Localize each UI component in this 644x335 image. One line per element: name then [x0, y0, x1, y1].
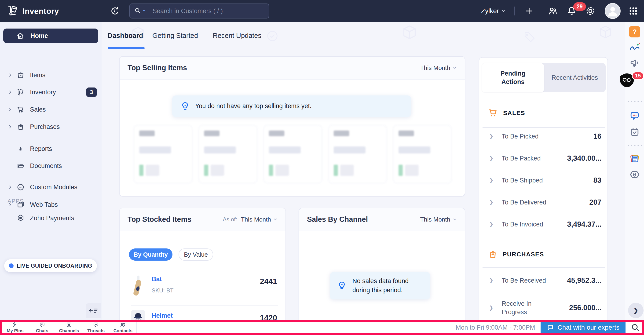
pending-row-receive-in-progress[interactable]: ❯Receive In Progress256.000...: [479, 296, 608, 320]
dock-channels[interactable]: Channels: [56, 322, 82, 333]
announcements-megaphone-icon[interactable]: [629, 58, 640, 68]
bottom-search-icon[interactable]: [631, 323, 640, 332]
bulb-icon: [180, 101, 190, 111]
panel-expand-button[interactable]: ❯: [628, 303, 644, 318]
contacts-icon: [119, 322, 126, 328]
sidebar-item-items[interactable]: Items: [0, 68, 102, 82]
by-value-toggle[interactable]: By Value: [178, 248, 213, 260]
sidebar-item-label: Sales: [30, 106, 46, 113]
chevron-down-icon: [452, 66, 457, 70]
pending-row-to-be-picked[interactable]: ❯To Be Picked16: [479, 128, 608, 144]
sidebar-item-zoho-payments[interactable]: Zoho Payments: [0, 210, 102, 226]
panel-tabs: Pending Actions Recent Activities: [482, 63, 606, 92]
cliq-chat-icon[interactable]: [629, 110, 640, 121]
active-tab-underline: [108, 47, 144, 49]
notification-count-badge: 29: [573, 2, 586, 11]
documents-folder-icon: [16, 162, 25, 170]
pending-row-to-be-shipped[interactable]: ❯To Be Shipped83: [479, 172, 608, 188]
cliq-bottom-bar: My Pins Chats Channels Threads: [0, 320, 644, 335]
chevron-right-icon[interactable]: [8, 90, 12, 94]
live-dot-icon: [9, 264, 14, 268]
item-name-link[interactable]: Bat: [152, 276, 162, 283]
chat-button-label: Chat with our experts: [558, 324, 620, 331]
chat-with-experts-button[interactable]: Chat with our experts: [540, 322, 626, 333]
sales-by-channel-header: Sales By Channel This Month: [299, 208, 465, 231]
sidebar-item-label: Documents: [30, 162, 62, 170]
top-stocked-period-select[interactable]: As of: This Month: [223, 216, 278, 223]
custom-modules-icon: [16, 183, 25, 191]
sidebar-item-sales[interactable]: Sales: [0, 102, 102, 117]
dock-contacts[interactable]: Contacts: [110, 322, 136, 333]
user-avatar[interactable]: [605, 3, 620, 19]
users-icon[interactable]: [548, 0, 558, 22]
sidebar-item-inventory[interactable]: Inventory 3: [0, 85, 102, 100]
sidebar-item-reports[interactable]: Reports: [0, 141, 102, 156]
global-search-input[interactable]: Search in Customers ( / ): [130, 4, 269, 18]
sidebar-item-documents[interactable]: Documents: [0, 158, 102, 173]
item-quantity: 1420: [260, 314, 277, 320]
top-selling-period-select[interactable]: This Month: [420, 64, 457, 72]
whats-new-docs-icon[interactable]: [629, 153, 640, 164]
tab-recent-activities[interactable]: Recent Activities: [544, 63, 606, 92]
tab-getting-started[interactable]: Getting Started: [152, 22, 198, 49]
stocked-item-row[interactable]: Bat SKU: BT 2441: [120, 274, 286, 303]
quick-add-button[interactable]: [524, 0, 534, 22]
topbar-divider: [514, 6, 515, 16]
history-refresh-icon[interactable]: [110, 6, 120, 18]
app-grid-icon[interactable]: [628, 0, 638, 22]
pending-row-to-be-packed[interactable]: ❯To Be Packed3,340.00...: [479, 150, 608, 166]
sidebar-item-custom-modules[interactable]: Custom Modules: [0, 180, 102, 195]
sidebar-item-purchases[interactable]: Purchases: [0, 119, 102, 134]
onboarding-label: LIVE GUIDED ONBOARDING: [17, 263, 92, 269]
sidebar-item-label: Web Tabs: [30, 201, 58, 208]
chevron-right-icon[interactable]: [8, 125, 12, 129]
item-name-link[interactable]: Helmet: [152, 312, 173, 319]
tab-pending-actions[interactable]: Pending Actions: [482, 63, 544, 92]
search-divider: [149, 7, 149, 15]
calendar-tasks-icon[interactable]: [629, 126, 640, 137]
chevron-right-icon[interactable]: [8, 185, 12, 189]
skeleton-item: [328, 125, 387, 184]
purchases-bag-icon: [488, 249, 498, 260]
empty-state-infobox: No sales data found during this period.: [330, 272, 430, 300]
threads-icon: [92, 322, 100, 328]
tab-recent-updates[interactable]: Recent Updates: [213, 22, 262, 49]
inventory-count-badge: 3: [86, 88, 97, 97]
section-title: SALES: [503, 110, 525, 117]
channels-icon: [66, 322, 72, 328]
helmet-item-image: [131, 310, 145, 320]
empty-message: No sales data found during this period.: [352, 276, 408, 295]
by-quantity-toggle[interactable]: By Quantity: [129, 248, 172, 260]
top-selling-items-card: Top Selling Items This Month You do not …: [119, 56, 465, 196]
app-title: Inventory: [22, 6, 59, 16]
integrations-plug-icon[interactable]: [629, 169, 640, 180]
live-guided-onboarding-button[interactable]: LIVE GUIDED ONBOARDING: [4, 259, 97, 272]
sidebar-collapse-button[interactable]: [86, 303, 101, 318]
dock-chats[interactable]: Chats: [28, 322, 56, 333]
search-scope-chevron-icon[interactable]: [142, 8, 146, 14]
sales-by-channel-period-select[interactable]: This Month: [420, 216, 457, 223]
pending-row-to-be-delivered[interactable]: ❯To Be Delivered207: [479, 194, 608, 210]
help-button[interactable]: ?: [629, 26, 640, 38]
zia-icon[interactable]: [628, 42, 641, 54]
pending-row-to-be-invoiced[interactable]: ❯To Be Invoiced3,494.37...: [479, 216, 608, 232]
chevron-right-icon[interactable]: [8, 108, 12, 112]
dock-my-pins[interactable]: My Pins: [2, 322, 28, 333]
skeleton-item: [198, 125, 258, 184]
chevron-right-icon[interactable]: [8, 73, 12, 77]
stocked-item-row[interactable]: Helmet 1420: [120, 308, 286, 320]
org-selector[interactable]: Zylker: [481, 0, 506, 22]
sidebar-item-home[interactable]: Home: [3, 28, 98, 43]
period-value: This Month: [420, 216, 450, 223]
top-stocked-items-card: Top Stocked Items As of: This Month By Q…: [119, 208, 286, 320]
pending-row-to-be-received[interactable]: ❯To Be Received45,952.3...: [479, 272, 608, 289]
main-content: Dashboard Getting Started Recent Updates…: [102, 22, 625, 320]
support-hours: Mon to Fri 9:00AM - 7:00PM: [456, 324, 535, 331]
settings-gear-icon[interactable]: [585, 0, 596, 22]
tab-dashboard[interactable]: Dashboard: [108, 22, 143, 49]
period-value: This Month: [420, 64, 450, 72]
right-icon-strip: ?: [625, 22, 644, 320]
dots-separator: [628, 101, 642, 102]
dock-threads[interactable]: Threads: [82, 322, 110, 333]
app-logo[interactable]: Inventory: [6, 0, 59, 22]
